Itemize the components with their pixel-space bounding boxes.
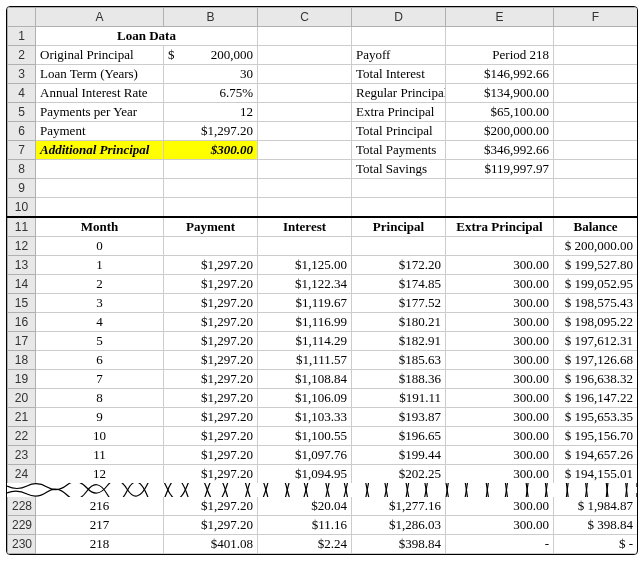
- cell[interactable]: [352, 179, 446, 198]
- select-all-corner[interactable]: [8, 8, 36, 27]
- cell-interest[interactable]: $1,125.00: [258, 255, 352, 274]
- row-header[interactable]: 229: [8, 515, 36, 534]
- cell[interactable]: [258, 84, 352, 103]
- label-original-principal[interactable]: Original Principal: [36, 46, 164, 65]
- cell[interactable]: [352, 198, 446, 217]
- col-header-E[interactable]: E: [446, 8, 554, 27]
- cell-extra-principal[interactable]: 300.00: [446, 445, 554, 464]
- cell-interest[interactable]: $1,097.76: [258, 445, 352, 464]
- cell-principal[interactable]: $202.25: [352, 464, 446, 483]
- cell-month[interactable]: 216: [36, 496, 164, 515]
- value-total-savings[interactable]: $119,997.97: [446, 160, 554, 179]
- cell-principal[interactable]: $172.20: [352, 255, 446, 274]
- cell-interest[interactable]: $1,103.33: [258, 407, 352, 426]
- value-payoff[interactable]: Period 218: [446, 46, 554, 65]
- cell-interest[interactable]: $1,106.09: [258, 388, 352, 407]
- row-header[interactable]: 14: [8, 274, 36, 293]
- cell[interactable]: [554, 122, 638, 141]
- cell[interactable]: [554, 65, 638, 84]
- cell-extra-principal[interactable]: 300.00: [446, 388, 554, 407]
- cell-extra-principal[interactable]: [446, 236, 554, 255]
- cell-balance[interactable]: $ 197,126.68: [554, 350, 638, 369]
- cell-payment[interactable]: $1,297.20: [164, 445, 258, 464]
- col-header-D[interactable]: D: [352, 8, 446, 27]
- cell[interactable]: [258, 27, 352, 46]
- cell-payment[interactable]: $1,297.20: [164, 407, 258, 426]
- cell-principal[interactable]: $177.52: [352, 293, 446, 312]
- col-header-B[interactable]: B: [164, 8, 258, 27]
- cell-interest[interactable]: $1,116.99: [258, 312, 352, 331]
- row-header[interactable]: 230: [8, 534, 36, 553]
- th-payment[interactable]: Payment: [164, 217, 258, 237]
- label-loan-term[interactable]: Loan Term (Years): [36, 65, 164, 84]
- cell-principal[interactable]: $191.11: [352, 388, 446, 407]
- cell[interactable]: [258, 65, 352, 84]
- cell-month[interactable]: 1: [36, 255, 164, 274]
- label-total-payments[interactable]: Total Payments: [352, 141, 446, 160]
- cell-balance[interactable]: $ 199,052.95: [554, 274, 638, 293]
- cell-interest[interactable]: $1,111.57: [258, 350, 352, 369]
- cell-balance[interactable]: $ 198,095.22: [554, 312, 638, 331]
- cell-extra-principal[interactable]: 300.00: [446, 293, 554, 312]
- row-header[interactable]: 15: [8, 293, 36, 312]
- row-header[interactable]: 20: [8, 388, 36, 407]
- th-month[interactable]: Month: [36, 217, 164, 237]
- value-payments-per-year[interactable]: 12: [164, 103, 258, 122]
- label-additional-principal[interactable]: Additional Principal: [36, 141, 164, 160]
- cell-interest[interactable]: $1,122.34: [258, 274, 352, 293]
- cell[interactable]: [446, 179, 554, 198]
- grid[interactable]: A B C D E F 1 Loan Data 2 Original Princ…: [7, 7, 638, 484]
- row-header[interactable]: 3: [8, 65, 36, 84]
- th-extra-principal[interactable]: Extra Principal: [446, 217, 554, 237]
- label-total-interest[interactable]: Total Interest: [352, 65, 446, 84]
- cell[interactable]: [554, 141, 638, 160]
- cell-payment[interactable]: $401.08: [164, 534, 258, 553]
- cell-month[interactable]: 7: [36, 369, 164, 388]
- cell-principal[interactable]: $185.63: [352, 350, 446, 369]
- cell-payment[interactable]: $1,297.20: [164, 274, 258, 293]
- cell[interactable]: [554, 84, 638, 103]
- row-header[interactable]: 12: [8, 236, 36, 255]
- cell-balance[interactable]: $ 196,638.32: [554, 369, 638, 388]
- value-extra-principal[interactable]: $65,100.00: [446, 103, 554, 122]
- cell[interactable]: [554, 103, 638, 122]
- cell-extra-principal[interactable]: 300.00: [446, 496, 554, 515]
- cell-extra-principal[interactable]: 300.00: [446, 350, 554, 369]
- cell-balance[interactable]: $ 198,575.43: [554, 293, 638, 312]
- value-total-payments[interactable]: $346,992.66: [446, 141, 554, 160]
- row-header[interactable]: 17: [8, 331, 36, 350]
- cell-extra-principal[interactable]: 300.00: [446, 407, 554, 426]
- cell-payment[interactable]: $1,297.20: [164, 464, 258, 483]
- row-header[interactable]: 228: [8, 496, 36, 515]
- cell-payment[interactable]: $1,297.20: [164, 426, 258, 445]
- col-header-A[interactable]: A: [36, 8, 164, 27]
- row-header[interactable]: 23: [8, 445, 36, 464]
- value-loan-term[interactable]: 30: [164, 65, 258, 84]
- cell-extra-principal[interactable]: 300.00: [446, 274, 554, 293]
- loan-data-header[interactable]: Loan Data: [36, 27, 258, 46]
- cell-balance[interactable]: $ 194,155.01: [554, 464, 638, 483]
- cell[interactable]: [258, 46, 352, 65]
- cell-extra-principal[interactable]: 300.00: [446, 255, 554, 274]
- cell[interactable]: [258, 103, 352, 122]
- cell-principal[interactable]: [352, 236, 446, 255]
- cell-interest[interactable]: $1,114.29: [258, 331, 352, 350]
- cell-principal[interactable]: $193.87: [352, 407, 446, 426]
- cell-interest[interactable]: $1,100.55: [258, 426, 352, 445]
- row-header[interactable]: 18: [8, 350, 36, 369]
- label-payoff[interactable]: Payoff: [352, 46, 446, 65]
- cell[interactable]: [554, 27, 638, 46]
- cell[interactable]: [554, 160, 638, 179]
- cell[interactable]: [352, 27, 446, 46]
- cell-extra-principal[interactable]: 300.00: [446, 369, 554, 388]
- cell[interactable]: [36, 160, 164, 179]
- cell-month[interactable]: 218: [36, 534, 164, 553]
- cell[interactable]: [446, 27, 554, 46]
- cell[interactable]: [258, 122, 352, 141]
- cell-extra-principal[interactable]: 300.00: [446, 464, 554, 483]
- cell-balance[interactable]: $ 195,156.70: [554, 426, 638, 445]
- th-balance[interactable]: Balance: [554, 217, 638, 237]
- cell[interactable]: [36, 198, 164, 217]
- cell-payment[interactable]: $1,297.20: [164, 255, 258, 274]
- cell-payment[interactable]: $1,297.20: [164, 331, 258, 350]
